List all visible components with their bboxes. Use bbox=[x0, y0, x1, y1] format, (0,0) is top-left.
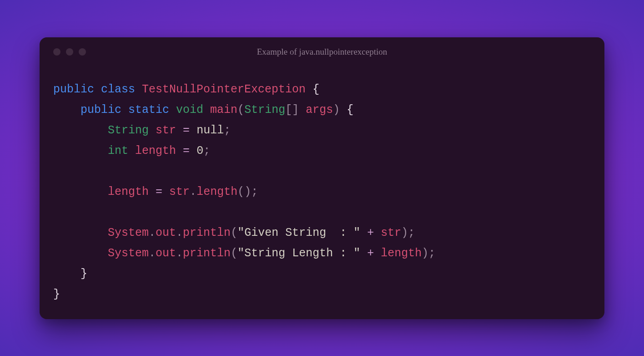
code-token bbox=[53, 247, 108, 260]
code-token: out bbox=[156, 247, 176, 260]
code-token: out bbox=[156, 226, 176, 239]
code-token: static bbox=[128, 103, 169, 117]
code-token: . bbox=[149, 247, 156, 260]
close-icon[interactable] bbox=[53, 48, 60, 56]
code-token: int bbox=[108, 144, 128, 158]
code-token bbox=[53, 226, 108, 239]
code-token: "String Length : " bbox=[237, 247, 360, 260]
code-token: main bbox=[210, 103, 237, 117]
code-token: length bbox=[135, 144, 176, 158]
code-token: (); bbox=[237, 185, 258, 198]
code-token: length bbox=[108, 185, 149, 198]
code-token bbox=[176, 124, 183, 137]
code-token: void bbox=[176, 103, 203, 117]
code-token: + bbox=[367, 226, 374, 239]
code-token bbox=[203, 103, 210, 117]
code-token: public bbox=[53, 83, 94, 96]
window-title: Example of java.nullpointerexception bbox=[40, 47, 604, 57]
code-token: String bbox=[108, 124, 149, 137]
code-token: TestNullPointerException bbox=[142, 83, 306, 96]
code-token bbox=[176, 144, 183, 158]
code-token bbox=[121, 103, 128, 117]
code-token: . bbox=[176, 226, 183, 239]
maximize-icon[interactable] bbox=[79, 48, 86, 56]
code-token: } bbox=[80, 267, 87, 280]
code-token: System bbox=[108, 247, 149, 260]
code-token bbox=[374, 247, 381, 260]
code-token: { bbox=[347, 103, 353, 117]
code-token bbox=[128, 144, 135, 158]
code-token: ( bbox=[231, 247, 237, 260]
code-token: println bbox=[183, 226, 231, 239]
code-token: "Given String : " bbox=[237, 226, 360, 239]
code-token: . bbox=[190, 185, 196, 198]
code-token bbox=[374, 226, 381, 239]
code-token bbox=[360, 226, 367, 239]
code-token bbox=[360, 247, 367, 260]
code-token bbox=[149, 185, 156, 198]
code-token bbox=[162, 185, 169, 198]
code-token bbox=[190, 124, 196, 137]
code-token: = bbox=[156, 185, 162, 198]
code-token: length bbox=[196, 185, 237, 198]
code-token: { bbox=[312, 83, 319, 96]
code-token bbox=[190, 144, 196, 158]
code-token bbox=[306, 83, 312, 96]
code-token: ; bbox=[203, 144, 210, 158]
code-token bbox=[53, 185, 108, 198]
code-token: str bbox=[381, 226, 401, 239]
code-block: public class TestNullPointerException { … bbox=[40, 66, 604, 309]
code-token: . bbox=[176, 247, 183, 260]
code-token: = bbox=[183, 124, 190, 137]
code-token: length bbox=[381, 247, 422, 260]
code-token: } bbox=[53, 288, 60, 301]
code-token: . bbox=[149, 226, 156, 239]
code-token: ; bbox=[224, 124, 231, 137]
code-token bbox=[135, 83, 142, 96]
code-token: null bbox=[196, 124, 224, 137]
code-token: println bbox=[183, 247, 231, 260]
code-token: ); bbox=[401, 226, 415, 239]
code-token bbox=[94, 83, 101, 96]
code-token bbox=[53, 103, 80, 117]
code-token bbox=[53, 124, 108, 137]
code-token: + bbox=[367, 247, 374, 260]
code-token: ( bbox=[237, 103, 244, 117]
titlebar: Example of java.nullpointerexception bbox=[40, 37, 604, 66]
code-token: [] bbox=[285, 103, 306, 117]
window-controls bbox=[53, 48, 86, 56]
code-token: str bbox=[169, 185, 190, 198]
code-token: ); bbox=[422, 247, 435, 260]
minimize-icon[interactable] bbox=[66, 48, 73, 56]
code-token bbox=[169, 103, 176, 117]
code-token: 0 bbox=[196, 144, 203, 158]
code-token: String bbox=[244, 103, 285, 117]
code-token: = bbox=[183, 144, 190, 158]
code-token: ) bbox=[333, 103, 347, 117]
code-token: System bbox=[108, 226, 149, 239]
code-window: Example of java.nullpointerexception pub… bbox=[40, 37, 604, 319]
code-token: public bbox=[80, 103, 121, 117]
code-token: args bbox=[306, 103, 333, 117]
code-token bbox=[149, 124, 156, 137]
code-token: str bbox=[156, 124, 176, 137]
code-token bbox=[53, 267, 80, 280]
code-token bbox=[53, 144, 108, 158]
code-token: ( bbox=[231, 226, 237, 239]
code-token: class bbox=[101, 83, 135, 96]
